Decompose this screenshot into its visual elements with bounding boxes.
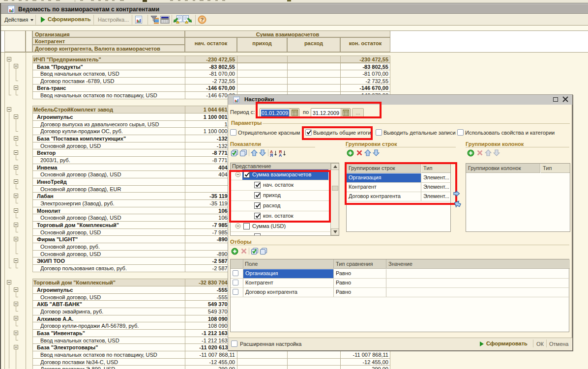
- svg-text:?: ?: [200, 17, 204, 23]
- svg-text:Я: Я: [270, 153, 273, 157]
- svg-text:А: А: [279, 153, 282, 157]
